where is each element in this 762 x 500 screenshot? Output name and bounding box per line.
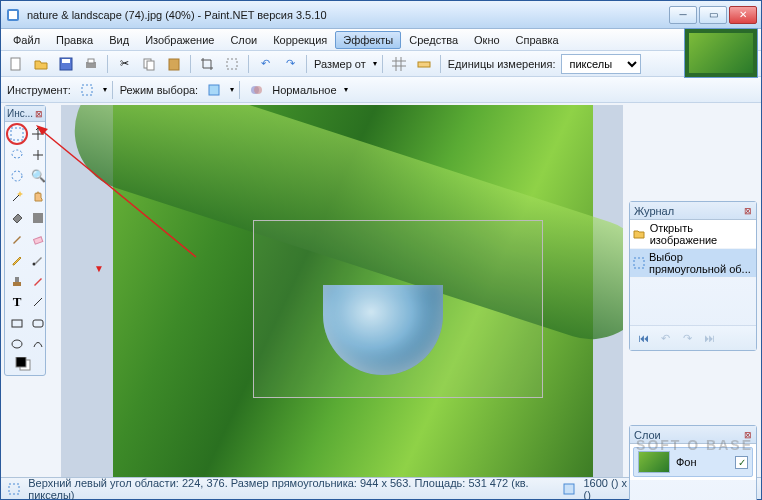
tool-magic-wand[interactable] <box>7 187 27 207</box>
svg-rect-4 <box>62 59 70 63</box>
mode-dropdown[interactable]: ▾ <box>228 85 234 94</box>
svg-rect-16 <box>11 128 23 140</box>
svg-point-18 <box>12 171 22 181</box>
history-item[interactable]: Выбор прямоугольной об... <box>630 249 756 278</box>
menubar: Файл Правка Вид Изображение Слои Коррекц… <box>1 29 761 51</box>
window-title: nature & landscape (74).jpg (40%) - Pain… <box>27 9 669 21</box>
status-selection-info: Верхний левый угол области: 224, 376. Ра… <box>28 477 546 501</box>
canvas-size-icon <box>562 482 575 496</box>
svg-rect-8 <box>147 61 154 70</box>
svg-rect-24 <box>15 277 19 282</box>
toolbar-tool-options: Инструмент: ▾ Режим выбора: ▾ Нормальное… <box>1 77 761 103</box>
tool-rounded-rect[interactable] <box>28 313 48 333</box>
copy-button[interactable] <box>138 53 160 75</box>
history-item-label: Открыть изображение <box>650 222 753 246</box>
tool-rectangle-shape[interactable] <box>7 313 27 333</box>
history-panel-close-icon[interactable]: ⊠ <box>744 206 752 216</box>
tool-colors-swatch[interactable] <box>7 355 48 373</box>
blend-icon[interactable] <box>245 79 267 101</box>
tool-color-picker[interactable] <box>28 250 48 270</box>
tool-recolor[interactable] <box>28 271 48 291</box>
tool-paintbrush[interactable] <box>7 229 27 249</box>
svg-rect-10 <box>227 59 237 69</box>
menu-tools[interactable]: Средства <box>401 31 466 49</box>
tool-eraser[interactable] <box>28 229 48 249</box>
menu-effects[interactable]: Эффекты <box>335 31 401 49</box>
mode-replace-button[interactable] <box>203 79 225 101</box>
ruler-button[interactable] <box>413 53 435 75</box>
svg-rect-27 <box>33 320 43 327</box>
tool-ellipse-shape[interactable] <box>7 334 27 354</box>
canvas-viewport[interactable] <box>61 105 623 477</box>
minimize-button[interactable]: ─ <box>669 6 697 24</box>
history-panel-title: Журнал <box>634 205 674 217</box>
size-label: Размер от <box>312 58 368 70</box>
menu-file[interactable]: Файл <box>5 31 48 49</box>
save-button[interactable] <box>55 53 77 75</box>
deselect-button[interactable] <box>221 53 243 75</box>
tool-line[interactable] <box>28 292 48 312</box>
history-rewind-button[interactable]: ⏮ <box>634 330 652 346</box>
open-button[interactable] <box>30 53 52 75</box>
menu-window[interactable]: Окно <box>466 31 508 49</box>
tool-gradient[interactable] <box>28 208 48 228</box>
print-button[interactable] <box>80 53 102 75</box>
layer-thumbnail <box>638 451 670 473</box>
tool-paint-bucket[interactable] <box>7 208 27 228</box>
toolbar-main: ✂ ↶ ↷ Размер от ▾ Единицы измерения: пик… <box>1 51 761 77</box>
svg-rect-6 <box>88 59 94 63</box>
crop-button[interactable] <box>196 53 218 75</box>
tool-move-selection[interactable] <box>28 124 48 144</box>
undo-button[interactable]: ↶ <box>254 53 276 75</box>
menu-layers[interactable]: Слои <box>222 31 265 49</box>
grid-button[interactable] <box>388 53 410 75</box>
size-dropdown[interactable]: ▾ <box>371 59 377 68</box>
app-icon <box>5 7 21 23</box>
tool-dropdown[interactable]: ▾ <box>101 85 107 94</box>
svg-rect-12 <box>82 85 92 95</box>
menu-image[interactable]: Изображение <box>137 31 222 49</box>
svg-rect-13 <box>209 85 219 95</box>
svg-rect-23 <box>13 282 21 286</box>
svg-point-22 <box>33 263 36 266</box>
paste-button[interactable] <box>163 53 185 75</box>
history-item[interactable]: Открыть изображение <box>630 220 756 249</box>
main-area: Инс... ⊠ 🔍 T <box>1 103 761 477</box>
svg-rect-20 <box>33 213 43 223</box>
tool-zoom[interactable]: 🔍 <box>28 166 48 186</box>
tool-pan[interactable] <box>28 187 48 207</box>
tool-freeform-shape[interactable] <box>28 334 48 354</box>
tool-label: Инструмент: <box>5 84 73 96</box>
history-redo-button[interactable]: ↷ <box>678 330 696 346</box>
history-undo-button[interactable]: ↶ <box>656 330 674 346</box>
tools-panel-close-icon[interactable]: ⊠ <box>35 109 43 119</box>
new-button[interactable] <box>5 53 27 75</box>
tool-icon-current[interactable] <box>76 79 98 101</box>
svg-rect-33 <box>634 258 644 268</box>
tools-panel: Инс... ⊠ 🔍 T <box>4 105 46 376</box>
tool-text[interactable]: T <box>7 292 27 312</box>
close-button[interactable]: ✕ <box>729 6 757 24</box>
tool-pencil[interactable] <box>7 250 27 270</box>
menu-edit[interactable]: Правка <box>48 31 101 49</box>
maximize-button[interactable]: ▭ <box>699 6 727 24</box>
tool-rectangle-select[interactable] <box>7 124 27 144</box>
svg-rect-35 <box>564 484 574 494</box>
selection-info-icon <box>7 482 20 496</box>
cut-button[interactable]: ✂ <box>113 53 135 75</box>
layer-visibility-checkbox[interactable]: ✓ <box>735 456 748 469</box>
menu-view[interactable]: Вид <box>101 31 137 49</box>
history-fastforward-button[interactable]: ⏭ <box>700 330 718 346</box>
redo-button[interactable]: ↷ <box>279 53 301 75</box>
blend-dropdown[interactable]: ▾ <box>342 85 348 94</box>
selection-rectangle[interactable] <box>253 220 543 398</box>
tool-lasso-select[interactable] <box>7 145 27 165</box>
menu-adjustments[interactable]: Коррекция <box>265 31 335 49</box>
tool-ellipse-select[interactable] <box>7 166 27 186</box>
svg-rect-34 <box>9 484 19 494</box>
units-select[interactable]: пикселы <box>561 54 641 74</box>
menu-help[interactable]: Справка <box>508 31 567 49</box>
document-thumbnail[interactable] <box>684 28 758 78</box>
tool-clone-stamp[interactable] <box>7 271 27 291</box>
tool-move-pixels[interactable] <box>28 145 48 165</box>
